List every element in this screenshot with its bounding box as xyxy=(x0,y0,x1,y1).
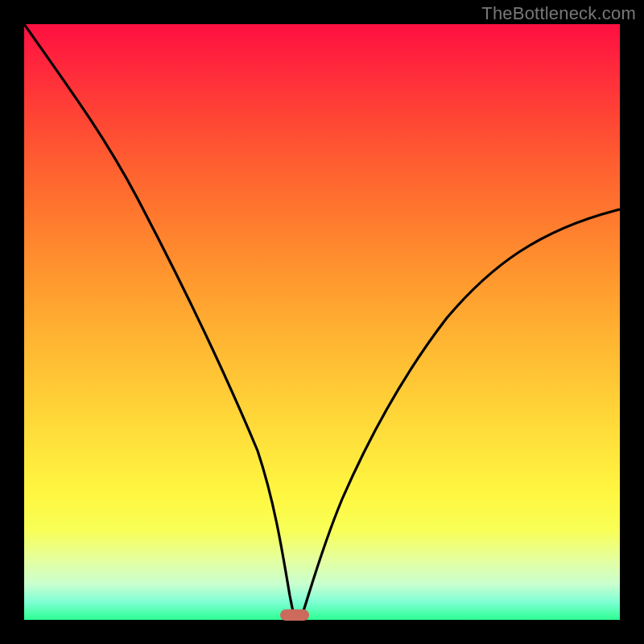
curve-path xyxy=(24,24,620,616)
optimal-point-marker xyxy=(280,609,309,621)
attribution-watermark: TheBottleneck.com xyxy=(481,3,636,24)
plot-area xyxy=(24,24,620,620)
chart-frame: TheBottleneck.com xyxy=(0,0,644,644)
bottleneck-curve xyxy=(24,24,620,620)
